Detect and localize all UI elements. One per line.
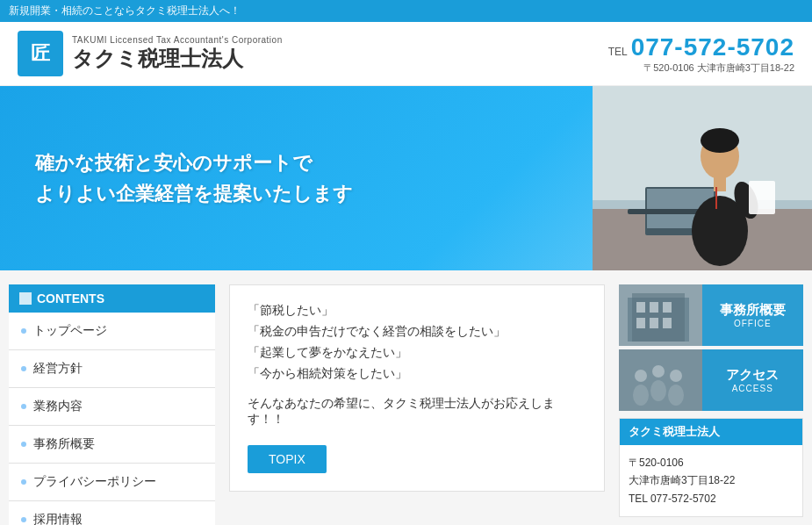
office-card-sub: OFFICE (734, 319, 772, 328)
sidebar-dot (21, 442, 26, 447)
content-line-4: 「今から相続対策をしたい」 (248, 366, 586, 382)
sidebar-dot (21, 479, 26, 485)
svg-point-26 (650, 380, 666, 401)
sidebar-item-policy[interactable]: 経営方針 (9, 350, 215, 388)
office-card-title: 事務所概要 (720, 302, 786, 319)
sidebar-item-office[interactable]: 事務所概要 (9, 426, 215, 464)
content-line-3: 「起業して夢をかなえたい」 (248, 345, 586, 361)
content-box: 「節税したい」 「税金の申告だけでなく経営の相談をしたい」 「起業して夢をかなえ… (229, 284, 605, 492)
hero-svg (593, 86, 812, 270)
svg-rect-21 (663, 318, 672, 328)
svg-point-28 (668, 385, 684, 406)
svg-rect-18 (663, 302, 672, 313)
contents-header: CONTENTS (9, 284, 215, 313)
main-area: CONTENTS トップページ 経営方針 業務内容 事務所概要 プライバシーポリ… (0, 270, 812, 525)
sidebar-item-label: プライバシーポリシー (33, 474, 156, 490)
sidebar-dot (21, 366, 26, 371)
logo-text-area: TAKUMI Liccensed Tax Accountant's Corpor… (72, 35, 283, 73)
content-line-1: 「節税したい」 (248, 303, 586, 319)
top-bar-text: 新規開業・相続のことならタクミ税理士法人へ！ (9, 4, 241, 17)
logo-area: 匠 TAKUMI Liccensed Tax Accountant's Corp… (18, 31, 283, 76)
topix-button[interactable]: TOPIX (248, 445, 327, 473)
contents-icon (19, 292, 32, 305)
hero-image (593, 86, 812, 270)
logo-main: タクミ税理士法人 (72, 45, 283, 73)
svg-rect-12 (749, 181, 775, 214)
sidebar-item-label: トップページ (33, 323, 107, 339)
company-address2: 大津市唐崎3丁目18-22 (629, 471, 794, 489)
svg-point-8 (701, 128, 739, 153)
contact-area: TEL 077-572-5702 〒520-0106 大津市唐崎3丁目18-22 (608, 33, 794, 75)
header: 匠 TAKUMI Liccensed Tax Accountant's Corp… (0, 22, 812, 86)
company-info-body: 〒520-0106 大津市唐崎3丁目18-22 TEL 077-572-5702 (620, 445, 802, 516)
sidebar-dot (21, 517, 26, 522)
svg-rect-17 (650, 302, 658, 313)
sidebar-item-privacy[interactable]: プライバシーポリシー (9, 464, 215, 501)
company-tel: TEL 077-572-5702 (629, 490, 794, 507)
content-response: そんなあなたの希望に、タクミ税理士法人がお応えします！！ (248, 396, 586, 428)
access-card[interactable]: アクセス ACCESS (619, 349, 803, 411)
sidebar-item-label: 採用情報 (33, 512, 83, 525)
company-address1: 〒520-0106 (629, 454, 794, 471)
sidebar-item-label: 事務所概要 (33, 436, 95, 452)
tel-label: TEL (608, 46, 628, 58)
sidebar-item-top[interactable]: トップページ (9, 313, 215, 350)
svg-point-23 (635, 370, 647, 382)
logo-sub: TAKUMI Liccensed Tax Accountant's Corpor… (72, 35, 283, 45)
hero-heading: 確かな技術と安心のサポートで よりよい企業経営を提案いたします (35, 147, 353, 209)
svg-point-27 (670, 370, 682, 382)
contents-label: CONTENTS (37, 291, 104, 306)
logo-icon: 匠 (18, 31, 63, 76)
hero-section: 確かな技術と安心のサポートで よりよい企業経営を提案いたします (0, 86, 812, 270)
svg-rect-15 (632, 293, 685, 342)
hero-image-inner (593, 86, 812, 270)
svg-rect-16 (636, 302, 645, 313)
svg-point-24 (633, 385, 649, 406)
right-sidebar: 事務所概要 OFFICE アクセス ACCESS (619, 284, 803, 525)
tel-number: 077-572-5702 (631, 33, 794, 61)
header-address: 〒520-0106 大津市唐崎3丁目18-22 (608, 61, 794, 75)
svg-rect-19 (636, 318, 645, 328)
sidebar-dot (21, 328, 26, 334)
top-bar: 新規開業・相続のことならタクミ税理士法人へ！ (0, 0, 812, 22)
svg-rect-10 (715, 187, 717, 209)
company-info-box: タクミ税理士法人 〒520-0106 大津市唐崎3丁目18-22 TEL 077… (619, 418, 803, 517)
access-card-title: アクセス (726, 367, 779, 384)
content-line-2: 「税金の申告だけでなく経営の相談をしたい」 (248, 324, 586, 340)
access-card-sub: ACCESS (732, 384, 773, 393)
sidebar-item-services[interactable]: 業務内容 (9, 388, 215, 426)
sidebar-item-label: 業務内容 (33, 399, 83, 414)
tel-row: TEL 077-572-5702 (608, 33, 794, 61)
hero-text: 確かな技術と安心のサポートで よりよい企業経営を提案いたします (35, 147, 353, 209)
sidebar-item-recruit[interactable]: 採用情報 (9, 501, 215, 525)
sidebar: CONTENTS トップページ 経営方針 業務内容 事務所概要 プライバシーポリ… (9, 284, 215, 525)
sidebar-dot (21, 404, 26, 409)
access-card-overlay: アクセス ACCESS (702, 349, 804, 411)
main-content: 「節税したい」 「税金の申告だけでなく経営の相談をしたい」 「起業して夢をかなえ… (215, 284, 619, 525)
svg-point-25 (652, 365, 665, 378)
svg-rect-20 (650, 318, 658, 328)
company-info-header: タクミ税理士法人 (620, 419, 802, 445)
office-card-overlay: 事務所概要 OFFICE (702, 284, 804, 346)
office-card[interactable]: 事務所概要 OFFICE (619, 284, 803, 346)
sidebar-item-label: 経営方針 (33, 361, 83, 377)
